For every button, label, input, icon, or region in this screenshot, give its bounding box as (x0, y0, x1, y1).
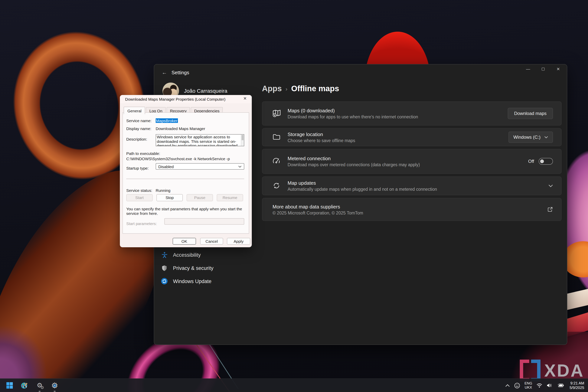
breadcrumb-apps[interactable]: Apps (262, 84, 282, 93)
resume-button: Resume (217, 194, 243, 201)
paint-app-icon[interactable] (20, 380, 30, 390)
clock[interactable]: 9:21 AM 5/9/2025 (570, 381, 584, 390)
card-map-updates[interactable]: Map updates Automatically update maps wh… (262, 176, 562, 195)
volume-icon[interactable] (546, 383, 553, 388)
card-metered-connection: Metered connection Download maps over me… (262, 149, 562, 174)
sidebar-item-label: Privacy & security (173, 265, 214, 271)
map-download-icon (272, 109, 281, 118)
taskbar: ⚙ ⚙ ⚙ ENG UKX 9:21 AM 5/9/2025 (0, 378, 588, 392)
metered-connection-toggle[interactable] (538, 158, 553, 165)
xda-bracket-left-icon (520, 360, 529, 382)
service-name-label: Service name: (126, 118, 152, 123)
start-params-label: Start parameters: (126, 221, 157, 226)
expander-chevron-down-icon[interactable] (548, 184, 553, 187)
startup-type-label: Startup type: (126, 166, 149, 170)
minimize-button[interactable]: — (525, 67, 532, 72)
sidebar-item-privacy-security[interactable]: Privacy & security (161, 262, 255, 274)
card-maps: Maps (0 downloaded) Download maps for ap… (262, 102, 562, 126)
breadcrumb-separator: › (286, 85, 288, 92)
battery-charging-icon[interactable] (557, 383, 564, 388)
external-link-icon (547, 206, 553, 212)
windows-update-icon (161, 278, 168, 284)
back-arrow-icon[interactable]: ← (162, 69, 167, 76)
service-status-label: Service status: (126, 188, 152, 192)
start-params-hint: You can specify the start parameters tha… (126, 206, 245, 216)
card-subtitle: Download maps for apps to use when there… (288, 114, 508, 119)
apply-button[interactable]: Apply (227, 238, 250, 244)
start-button[interactable] (4, 380, 14, 390)
language-indicator[interactable]: ENG UKX (524, 382, 532, 389)
pause-button: Pause (186, 194, 213, 201)
xda-watermark-text: XDA (544, 364, 584, 377)
chevron-down-icon (544, 136, 548, 138)
dialog-titlebar: Downloaded Maps Manager Properties (Loca… (120, 95, 252, 103)
description-scrollbar[interactable] (241, 134, 244, 146)
clock-time: 9:21 AM (570, 381, 584, 386)
xda-watermark: XDA (520, 360, 584, 382)
page-title: Offline maps (291, 84, 339, 93)
card-title: More about map data suppliers (272, 204, 547, 210)
service-properties-dialog: Downloaded Maps Manager Properties (Loca… (120, 95, 252, 247)
emoji-smiley-icon[interactable] (514, 382, 520, 388)
card-subtitle: © 2025 Microsoft Corporation, © 2025 Tom… (272, 210, 547, 215)
chevron-down-icon (238, 165, 242, 168)
card-subtitle: Automatically update maps when plugged i… (288, 187, 548, 192)
card-subtitle: Download maps over metered connections (… (288, 162, 528, 167)
card-subtitle: Choose where to save offline maps (288, 138, 508, 143)
settings-app-icon[interactable]: ⚙ (50, 380, 60, 390)
start-button: Start (126, 194, 153, 201)
user-name: João Carrasqueira (184, 88, 227, 94)
wallpaper-purple-corner (0, 288, 96, 392)
startup-type-value: Disabled (158, 164, 174, 169)
accessibility-icon (161, 252, 168, 258)
sidebar-item-label: Windows Update (173, 278, 212, 284)
cancel-button[interactable]: Cancel (200, 238, 223, 244)
description-textbox[interactable]: Windows service for application access t… (156, 134, 244, 146)
start-params-input (164, 218, 244, 225)
dialog-title: Downloaded Maps Manager Properties (Loca… (125, 97, 226, 102)
service-name-value: MapsBroker (156, 118, 178, 123)
close-button[interactable]: ✕ (555, 67, 562, 72)
tray-chevron-up-icon[interactable] (505, 384, 510, 387)
xda-bracket-right-icon (531, 360, 540, 382)
path-label: Path to executable: (126, 151, 160, 156)
storage-location-dropdown[interactable]: Windows (C:) (508, 132, 553, 143)
description-label: Description: (126, 137, 147, 141)
folder-icon (272, 133, 281, 141)
divider (126, 179, 244, 179)
display-name-label: Display name: (126, 126, 151, 131)
metered-connection-icon (272, 157, 281, 166)
maximize-button[interactable]: ▢ (540, 67, 546, 72)
sync-icon (272, 182, 281, 190)
stop-button[interactable]: Stop (156, 194, 183, 201)
card-title: Map updates (288, 180, 548, 186)
desktop: XDA ← Settings — ▢ ✕ João Carrasqueira A… (0, 0, 588, 392)
tab-general[interactable]: General (124, 107, 145, 114)
card-title: Storage location (288, 132, 508, 137)
breadcrumb: Apps › Offline maps (262, 84, 339, 93)
card-storage-location: Storage location Choose where to save of… (262, 128, 562, 146)
startup-type-dropdown[interactable]: Disabled (156, 163, 244, 170)
card-title: Metered connection (288, 156, 528, 161)
sidebar-item-accessibility[interactable]: Accessibility (161, 249, 255, 260)
settings-window-title: Settings (172, 70, 189, 76)
path-value: C:\WINDOWS\System32\svchost.exe -k Netwo… (126, 156, 230, 161)
toggle-state-label: Off (528, 159, 534, 164)
services-app-icon[interactable]: ⚙ ⚙ (35, 380, 44, 390)
wifi-icon[interactable] (536, 383, 542, 388)
card-title: Maps (0 downloaded) (288, 108, 508, 114)
storage-location-value: Windows (C:) (513, 134, 540, 140)
download-maps-button[interactable]: Download maps (508, 108, 553, 119)
shield-icon (161, 264, 168, 272)
sidebar-item-label: Accessibility (173, 252, 201, 258)
display-name-value: Downloaded Maps Manager (156, 126, 205, 131)
card-map-data-suppliers[interactable]: More about map data suppliers © 2025 Mic… (262, 198, 562, 221)
dialog-close-icon[interactable]: ✕ (242, 96, 248, 101)
service-status-value: Running (156, 188, 170, 192)
clock-date: 5/9/2025 (570, 386, 584, 390)
ok-button[interactable]: OK (173, 238, 196, 244)
sidebar-item-windows-update[interactable]: Windows Update (161, 276, 255, 287)
